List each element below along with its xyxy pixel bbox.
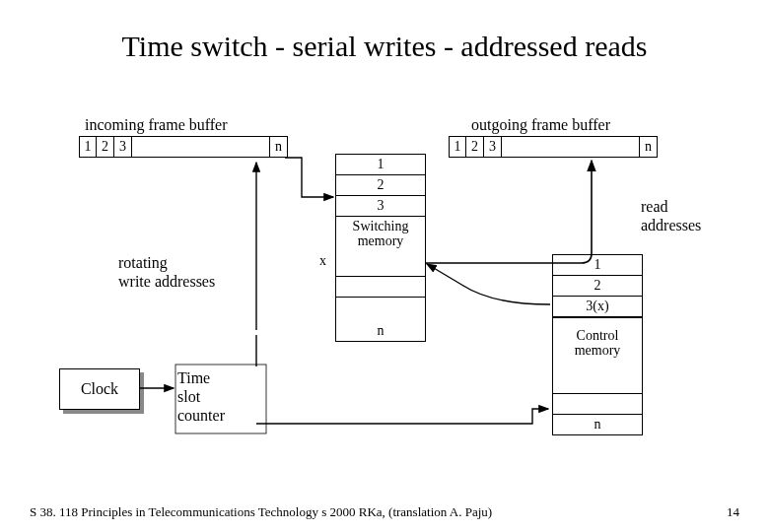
incoming-buffer: 1 2 3 n <box>79 136 288 158</box>
cell: 2 <box>466 136 484 158</box>
page-title: Time switch - serial writes - addressed … <box>0 0 769 63</box>
cell: n <box>270 136 288 158</box>
cell: 3 <box>336 196 425 217</box>
rotating-label: rotatingwrite addresses <box>118 253 215 291</box>
cell: 1 <box>336 155 425 175</box>
cell: n <box>640 136 658 158</box>
cell: 2 <box>553 276 642 297</box>
tsc-label: Timeslotcounter <box>177 368 225 426</box>
cell: 1 <box>553 255 642 276</box>
cell: 2 <box>336 175 425 196</box>
read-addresses-label: readaddresses <box>641 197 701 234</box>
control-memory-label: Controlmemory <box>553 317 642 393</box>
cell: 1 <box>449 136 466 158</box>
cell <box>132 136 270 158</box>
cell: n <box>553 415 642 434</box>
cell: 2 <box>97 136 114 158</box>
cell <box>336 298 425 321</box>
cell: n <box>336 321 425 341</box>
outgoing-caption: outgoing frame buffer <box>471 116 610 134</box>
cell: 1 <box>79 136 97 158</box>
page-number: 14 <box>727 504 739 520</box>
cell: 3 <box>484 136 502 158</box>
incoming-caption: incoming frame buffer <box>85 116 228 134</box>
cell <box>502 136 640 158</box>
cell <box>336 256 425 277</box>
footer: S 38. 118 Principles in Telecommunicatio… <box>30 504 492 520</box>
switching-memory: 1 2 3 Switchingmemory n <box>335 154 426 342</box>
switching-memory-label: Switchingmemory <box>336 217 425 256</box>
cell <box>336 277 425 298</box>
control-memory: 1 2 3(x) Controlmemory n <box>552 254 643 435</box>
cell <box>553 393 642 415</box>
cell: 3 <box>114 136 132 158</box>
cell: 3(x) <box>553 297 642 317</box>
outgoing-buffer: 1 2 3 n <box>449 136 658 158</box>
x-marker: x <box>319 253 326 269</box>
clock-box: Clock <box>59 368 140 410</box>
